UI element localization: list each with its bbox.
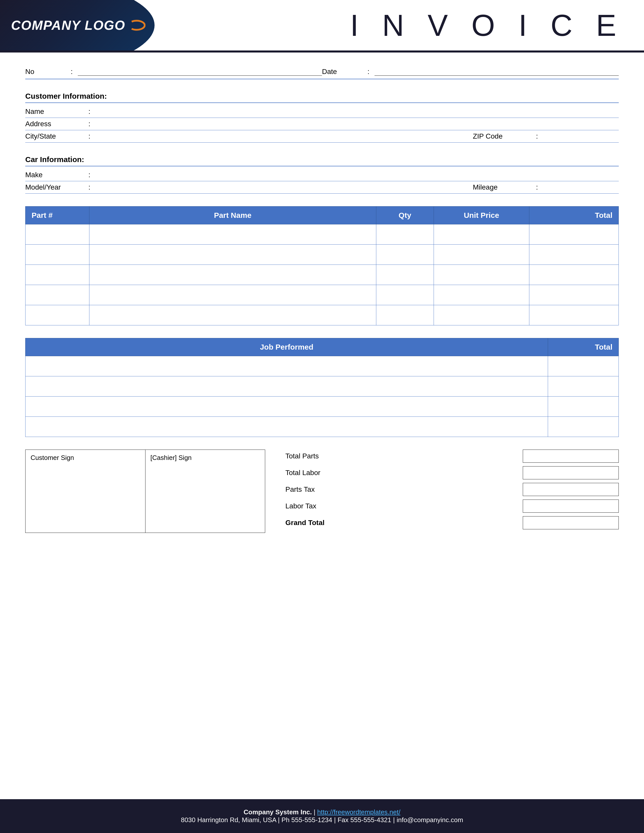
zip-label: ZIP Code: [473, 132, 531, 140]
cashier-sign-label: [Cashier] Sign: [151, 454, 260, 462]
date-section: Date :: [322, 68, 619, 76]
customer-name-row: Name :: [25, 106, 619, 118]
col-job-total: Total: [548, 338, 619, 356]
col-part-num: Part #: [26, 206, 89, 224]
customer-city-zip-row: City/State : ZIP Code :: [25, 130, 619, 143]
part-unit-price-cell[interactable]: [434, 244, 529, 265]
part-name-cell[interactable]: [89, 265, 376, 285]
grand-total-value[interactable]: [523, 516, 619, 529]
totals-box: Total Parts Total Labor Parts Tax Labor …: [285, 450, 619, 533]
zip-half: ZIP Code :: [322, 132, 619, 140]
logo-label: COMPANY LOGO: [11, 18, 126, 33]
total-labor-value[interactable]: [523, 466, 619, 479]
model-year-half: Model/Year :: [25, 183, 322, 191]
date-value[interactable]: [375, 68, 619, 76]
customer-info-header: Customer Information:: [25, 92, 619, 103]
bottom-section: Customer Sign [Cashier] Sign Total Parts…: [25, 450, 619, 533]
customer-name-value[interactable]: [95, 109, 619, 116]
svg-point-0: [129, 21, 145, 30]
part-qty-cell[interactable]: [376, 285, 434, 305]
col-job: Job Performed: [26, 338, 548, 356]
part-total-cell[interactable]: [529, 285, 619, 305]
footer-line1: Company System Inc. | http://freewordtem…: [5, 808, 639, 816]
part-unit-price-cell[interactable]: [434, 285, 529, 305]
col-part-name: Part Name: [89, 206, 376, 224]
col-total: Total: [529, 206, 619, 224]
footer-line2: 8030 Harrington Rd, Miami, USA | Ph 555-…: [5, 816, 639, 824]
part-name-cell[interactable]: [89, 244, 376, 265]
part-num-cell[interactable]: [26, 285, 89, 305]
zip-colon: :: [536, 132, 538, 140]
city-state-half: City/State :: [25, 132, 322, 140]
no-value[interactable]: [78, 68, 322, 76]
part-name-cell[interactable]: [89, 224, 376, 244]
job-desc-cell[interactable]: [26, 417, 548, 437]
part-name-cell[interactable]: [89, 305, 376, 325]
job-desc-cell[interactable]: [26, 356, 548, 376]
part-total-cell[interactable]: [529, 224, 619, 244]
part-total-cell[interactable]: [529, 244, 619, 265]
part-unit-price-cell[interactable]: [434, 305, 529, 325]
city-state-value[interactable]: [95, 133, 322, 140]
part-name-cell[interactable]: [89, 285, 376, 305]
no-label: No: [25, 68, 66, 76]
car-make-label: Make: [25, 171, 83, 179]
job-total-cell[interactable]: [548, 417, 619, 437]
car-make-value[interactable]: [95, 172, 619, 179]
footer-company-name: Company System Inc.: [244, 808, 312, 816]
col-unit-price: Unit Price: [434, 206, 529, 224]
job-total-cell[interactable]: [548, 356, 619, 376]
job-row: [26, 376, 619, 397]
part-total-cell[interactable]: [529, 305, 619, 325]
parts-tax-row: Parts Tax: [285, 483, 619, 496]
part-num-cell[interactable]: [26, 244, 89, 265]
company-logo: COMPANY LOGO: [11, 18, 146, 33]
job-total-cell[interactable]: [548, 376, 619, 397]
car-model-mileage-row: Model/Year : Mileage :: [25, 181, 619, 194]
parts-tax-value[interactable]: [523, 483, 619, 496]
grand-total-label: Grand Total: [285, 519, 523, 527]
part-qty-cell[interactable]: [376, 305, 434, 325]
model-year-colon: :: [89, 183, 90, 191]
no-date-row: No : Date :: [25, 68, 619, 79]
job-desc-cell[interactable]: [26, 397, 548, 417]
part-num-cell[interactable]: [26, 224, 89, 244]
no-colon: :: [71, 68, 73, 76]
cashier-sign-cell: [Cashier] Sign: [145, 450, 265, 532]
part-unit-price-cell[interactable]: [434, 265, 529, 285]
job-row: [26, 356, 619, 376]
customer-address-row: Address :: [25, 118, 619, 130]
part-unit-price-cell[interactable]: [434, 224, 529, 244]
mileage-label: Mileage: [473, 183, 531, 191]
mileage-colon: :: [536, 183, 538, 191]
part-qty-cell[interactable]: [376, 244, 434, 265]
total-labor-label: Total Labor: [285, 469, 523, 477]
model-mileage-split: Model/Year : Mileage :: [25, 183, 619, 191]
mileage-value[interactable]: [543, 184, 619, 191]
zip-value[interactable]: [543, 133, 619, 140]
footer-website[interactable]: http://freewordtemplates.net/: [317, 808, 401, 816]
part-total-cell[interactable]: [529, 265, 619, 285]
job-total-cell[interactable]: [548, 397, 619, 417]
labor-tax-row: Labor Tax: [285, 500, 619, 513]
customer-address-value[interactable]: [95, 121, 619, 128]
part-num-cell[interactable]: [26, 265, 89, 285]
parts-table: Part # Part Name Qty Unit Price Total: [25, 206, 619, 325]
labor-tax-value[interactable]: [523, 500, 619, 513]
job-desc-cell[interactable]: [26, 376, 548, 397]
footer-separator: |: [314, 808, 317, 816]
part-qty-cell[interactable]: [376, 224, 434, 244]
model-year-value[interactable]: [95, 184, 322, 191]
part-qty-cell[interactable]: [376, 265, 434, 285]
customer-name-label: Name: [25, 108, 83, 116]
labor-tax-label: Labor Tax: [285, 502, 523, 510]
header-divider: [0, 50, 644, 53]
customer-sign-cell: Customer Sign: [26, 450, 145, 532]
part-num-cell[interactable]: [26, 305, 89, 325]
col-qty: Qty: [376, 206, 434, 224]
job-row: [26, 417, 619, 437]
customer-address-colon: :: [89, 120, 90, 128]
header: COMPANY LOGO I N V O I C E: [0, 0, 644, 50]
total-parts-value[interactable]: [523, 450, 619, 463]
header-logo-area: COMPANY LOGO: [0, 0, 172, 50]
